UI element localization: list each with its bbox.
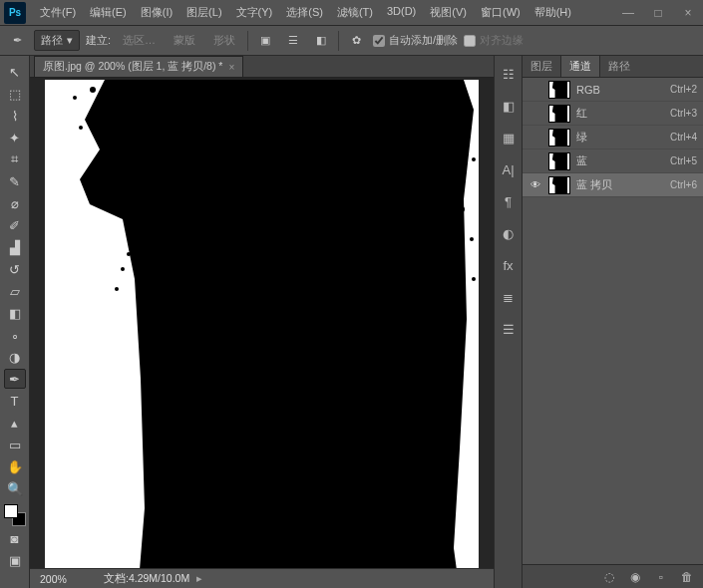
menu-6[interactable]: 滤镜(T): [331, 2, 379, 23]
paragraph-panel-icon[interactable]: ¶: [499, 191, 519, 211]
channel-row[interactable]: 蓝Ctrl+5: [523, 149, 703, 173]
menu-9[interactable]: 窗口(W): [475, 2, 527, 23]
menu-0[interactable]: 文件(F): [34, 2, 82, 23]
make-selection-button[interactable]: 选区…: [117, 31, 162, 50]
window-max[interactable]: □: [643, 3, 673, 23]
svg-point-16: [127, 252, 131, 256]
history-brush-tool[interactable]: ↺: [4, 259, 26, 279]
path-arrange-icon[interactable]: ◧: [310, 30, 332, 52]
ps-logo: Ps: [4, 2, 26, 24]
make-shape-button[interactable]: 形状: [207, 31, 241, 50]
properties-panel-icon[interactable]: ≣: [499, 287, 519, 307]
crop-tool[interactable]: ⌗: [4, 149, 26, 169]
load-selection-icon[interactable]: ◌: [601, 570, 617, 584]
move-tool[interactable]: ↖: [4, 62, 26, 82]
current-tool-icon[interactable]: ✒: [6, 30, 28, 52]
path-ops-icon[interactable]: ▣: [254, 30, 276, 52]
quickmask-toggle[interactable]: ◙: [4, 528, 26, 548]
lasso-tool[interactable]: ⌇: [4, 106, 26, 126]
history-panel-icon[interactable]: ☷: [499, 64, 519, 84]
channel-name: RGB: [576, 84, 664, 96]
path-select-tool[interactable]: ▴: [4, 413, 26, 433]
delete-channel-icon[interactable]: 🗑: [679, 570, 695, 584]
channel-row[interactable]: 红Ctrl+3: [523, 102, 703, 126]
options-bar: ✒ 路径 ▾ 建立: 选区… 蒙版 形状 ▣ ☰ ◧ ✿ 自动添加/删除 对齐边…: [0, 26, 703, 56]
mode-dropdown[interactable]: 路径 ▾: [34, 30, 80, 51]
new-channel-icon[interactable]: ▫: [653, 570, 669, 584]
magic-wand-tool[interactable]: ✦: [4, 128, 26, 147]
zoom-tool[interactable]: 🔍: [4, 478, 26, 498]
shape-tool[interactable]: ▭: [4, 435, 26, 454]
pen-tool[interactable]: ✒: [4, 369, 26, 389]
visibility-icon[interactable]: 👁: [528, 179, 542, 190]
channel-shortcut: Ctrl+4: [670, 132, 697, 143]
character-panel-icon[interactable]: A|: [499, 159, 519, 179]
tools-panel: ↖⬚⌇✦⌗✎⌀✐▟↺▱◧∘◑✒T▴▭✋🔍◙▣: [0, 56, 30, 588]
gradient-tool[interactable]: ◧: [4, 303, 26, 323]
tab-paths[interactable]: 路径: [600, 56, 638, 77]
menu-3[interactable]: 图层(L): [180, 2, 227, 23]
channel-row[interactable]: 👁蓝 拷贝Ctrl+6: [523, 173, 703, 197]
path-align-icon[interactable]: ☰: [282, 30, 304, 52]
swatches-panel-icon[interactable]: ▦: [499, 128, 519, 147]
adjustments-panel-icon[interactable]: ◐: [499, 223, 519, 243]
channel-row[interactable]: 绿Ctrl+4: [523, 126, 703, 149]
menu-2[interactable]: 图像(I): [135, 2, 178, 23]
channel-thumb: [548, 152, 570, 170]
make-mask-button[interactable]: 蒙版: [168, 31, 201, 50]
canvas[interactable]: [45, 80, 479, 568]
channel-thumb: [548, 176, 570, 194]
screenmode-toggle[interactable]: ▣: [4, 550, 26, 570]
blur-tool[interactable]: ∘: [4, 325, 26, 345]
dodge-tool[interactable]: ◑: [4, 347, 26, 367]
zoom-value[interactable]: 200%: [40, 573, 90, 585]
menu-8[interactable]: 视图(V): [424, 2, 473, 23]
type-tool[interactable]: T: [4, 391, 26, 411]
stamp-tool[interactable]: ▟: [4, 237, 26, 257]
chevron-down-icon: ▾: [67, 34, 73, 47]
tab-layers[interactable]: 图层: [523, 56, 560, 77]
brush-tool[interactable]: ✐: [4, 215, 26, 235]
menu-7[interactable]: 3D(D): [381, 2, 422, 23]
canvas-area[interactable]: [30, 78, 494, 568]
window-close[interactable]: ×: [673, 3, 703, 23]
svg-point-12: [459, 206, 465, 212]
window-min[interactable]: —: [613, 3, 643, 23]
channel-shortcut: Ctrl+3: [670, 108, 697, 119]
eyedropper-tool[interactable]: ✎: [4, 171, 26, 191]
color-swatches[interactable]: [4, 504, 26, 526]
menu-4[interactable]: 文字(Y): [230, 2, 279, 23]
channel-thumb: [548, 129, 570, 147]
save-selection-icon[interactable]: ◉: [627, 570, 643, 584]
channel-thumb: [548, 105, 570, 123]
channel-shortcut: Ctrl+5: [670, 155, 697, 166]
healing-tool[interactable]: ⌀: [4, 193, 26, 213]
channel-panel-footer: ◌◉▫🗑: [523, 564, 703, 588]
hand-tool[interactable]: ✋: [4, 456, 26, 476]
svg-point-13: [470, 237, 474, 241]
align-edges-checkbox[interactable]: 对齐边缘: [464, 33, 524, 48]
doc-info[interactable]: 文档:4.29M/10.0M ▸: [104, 572, 202, 586]
color-panel-icon[interactable]: ◧: [499, 96, 519, 116]
menu-10[interactable]: 帮助(H): [528, 2, 577, 23]
svg-point-7: [98, 110, 102, 114]
marquee-tool[interactable]: ⬚: [4, 84, 26, 104]
menu-5[interactable]: 选择(S): [280, 2, 329, 23]
menu-1[interactable]: 编辑(E): [84, 2, 133, 23]
tab-channels[interactable]: 通道: [560, 55, 600, 77]
auto-add-remove-checkbox[interactable]: 自动添加/删除: [373, 33, 458, 48]
svg-point-14: [472, 277, 476, 281]
styles-panel-icon[interactable]: fx: [499, 255, 519, 275]
document-tab[interactable]: 原图.jpg @ 200% (图层 1, 蓝 拷贝/8) * ×: [34, 56, 243, 77]
close-tab-icon[interactable]: ×: [228, 62, 234, 73]
channel-list: RGBCtrl+2红Ctrl+3绿Ctrl+4蓝Ctrl+5👁蓝 拷贝Ctrl+…: [523, 78, 703, 564]
channel-name: 蓝: [576, 153, 664, 168]
svg-point-9: [115, 118, 119, 122]
document-tab-label: 原图.jpg @ 200% (图层 1, 蓝 拷贝/8) *: [43, 60, 222, 74]
channel-shortcut: Ctrl+2: [670, 84, 697, 95]
measure-panel-icon[interactable]: ☰: [499, 319, 519, 339]
eraser-tool[interactable]: ▱: [4, 281, 26, 301]
channel-thumb: [548, 81, 570, 99]
gear-icon[interactable]: ✿: [345, 30, 367, 52]
channel-row[interactable]: RGBCtrl+2: [523, 78, 703, 102]
